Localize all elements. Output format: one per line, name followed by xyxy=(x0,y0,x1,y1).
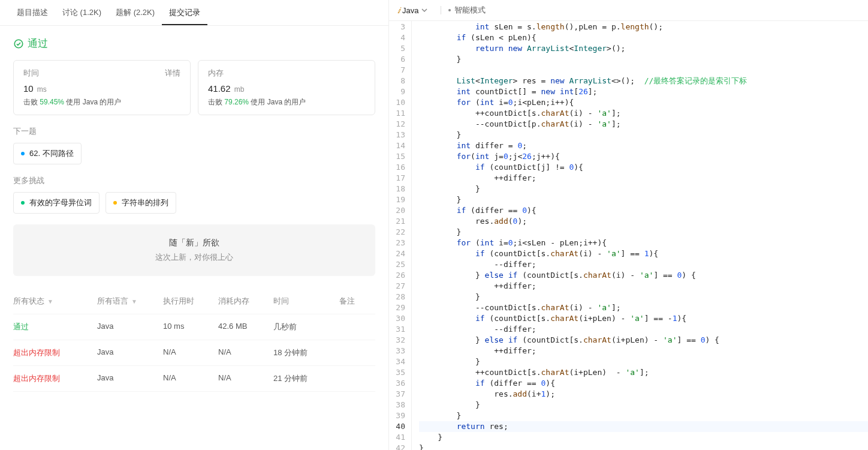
stat-detail-link[interactable]: 详情 xyxy=(165,68,180,79)
stat-mem[interactable]: 内存 41.62 mb 击败 79.26% 使用 Java 的用户 xyxy=(198,60,375,115)
hd-lang-text: 所有语言 xyxy=(97,297,128,305)
cell-when: 几秒前 xyxy=(273,322,339,332)
left-panel: 题目描述 讨论 (1.2K) 题解 (2.2K) 提交记录 通过 时间详情 10… xyxy=(0,0,389,450)
submissions-table-body: 通过Java10 ms42.6 MB几秒前超出内存限制JavaN/AN/A18 … xyxy=(13,314,375,392)
dot-icon xyxy=(21,152,25,155)
cell-lang: Java xyxy=(97,373,163,384)
challenge-text: 有效的字母异位词 xyxy=(29,197,92,208)
code-content[interactable]: int sLen = s.length(),pLen = p.length();… xyxy=(412,21,868,450)
challenge-chip-1[interactable]: 字符串的排列 xyxy=(106,192,176,214)
table-row[interactable]: 超出内存限制JavaN/AN/A18 分钟前 xyxy=(13,340,375,366)
cell-status: 超出内存限制 xyxy=(13,373,97,384)
java-logo-icon: ⅈ xyxy=(397,6,400,15)
stat-time-pct: 59.45% xyxy=(40,98,64,106)
cell-status: 通过 xyxy=(13,322,97,332)
tab-description[interactable]: 题目描述 xyxy=(10,0,55,25)
next-problem-chip[interactable]: 62. 不同路径 xyxy=(13,143,82,164)
cell-mem: N/A xyxy=(218,347,273,358)
stat-mem-label: 内存 xyxy=(208,68,224,79)
cell-when: 21 分钟前 xyxy=(273,373,339,384)
hd-status-text: 所有状态 xyxy=(13,297,44,305)
challenge-chip-0[interactable]: 有效的字母异位词 xyxy=(13,192,100,214)
table-row[interactable]: 超出内存限制JavaN/AN/A21 分钟前 xyxy=(13,366,375,392)
tab-discussion[interactable]: 讨论 (1.2K) xyxy=(55,0,108,25)
stat-mem-unit: mb xyxy=(234,85,245,94)
cell-status: 超出内存限制 xyxy=(13,347,97,358)
next-label: 下一题 xyxy=(13,126,375,137)
cell-mem: 42.6 MB xyxy=(218,322,273,332)
promo-banner[interactable]: 随「新」所欲 这次上新，对你很上心 xyxy=(13,224,375,276)
editor-toolbar: ⅈ Java 智能模式 xyxy=(389,0,868,21)
beat-suffix: 使用 Java 的用户 xyxy=(64,98,121,106)
stat-time[interactable]: 时间详情 10 ms 击败 59.45% 使用 Java 的用户 xyxy=(13,60,191,115)
divider xyxy=(441,6,441,14)
cell-time: 10 ms xyxy=(163,322,218,332)
stat-time-value: 10 xyxy=(23,83,34,94)
editor-mode[interactable]: 智能模式 xyxy=(454,5,486,16)
submissions-table-header: 所有状态▼ 所有语言▼ 执行用时 消耗内存 时间 备注 xyxy=(13,289,375,314)
stats-row: 时间详情 10 ms 击败 59.45% 使用 Java 的用户 内存 41.6… xyxy=(13,60,375,115)
language-select[interactable]: Java xyxy=(402,6,427,15)
cell-lang: Java xyxy=(97,347,163,358)
stat-time-unit: ms xyxy=(37,85,47,94)
challenge-text: 字符串的排列 xyxy=(122,197,168,208)
language-text: Java xyxy=(402,6,418,15)
status-accepted: 通过 xyxy=(13,37,375,50)
result-area: 通过 时间详情 10 ms 击败 59.45% 使用 Java 的用户 内存 4… xyxy=(0,26,388,403)
stat-mem-value: 41.62 xyxy=(208,83,231,94)
beat-prefix: 击败 xyxy=(23,98,40,106)
promo-line2: 这次上新，对你很上心 xyxy=(26,252,362,263)
cell-when: 18 分钟前 xyxy=(273,347,339,358)
cell-note xyxy=(339,347,375,358)
hd-note: 备注 xyxy=(339,296,375,307)
hd-when: 时间 xyxy=(273,296,339,307)
cell-note xyxy=(339,322,375,332)
cell-time: N/A xyxy=(163,373,218,384)
hd-time: 执行用时 xyxy=(163,296,218,307)
chevron-down-icon: ▼ xyxy=(131,298,137,305)
cell-lang: Java xyxy=(97,322,163,332)
stat-mem-pct: 79.26% xyxy=(224,98,249,106)
more-label: 更多挑战 xyxy=(13,175,375,186)
chevron-down-icon: ▼ xyxy=(47,298,53,305)
line-numbers: 3456789101112131415161718192021222324252… xyxy=(389,21,412,450)
promo-line1: 随「新」所欲 xyxy=(26,238,362,248)
right-panel: ⅈ Java 智能模式 3456789101112131415161718192… xyxy=(389,0,868,450)
chevron-down-icon xyxy=(421,7,427,13)
cell-time: N/A xyxy=(163,347,218,358)
hd-status[interactable]: 所有状态▼ xyxy=(13,296,97,307)
next-problem-text: 62. 不同路径 xyxy=(29,148,74,159)
status-text: 通过 xyxy=(28,37,48,50)
cell-note xyxy=(339,373,375,384)
tab-solutions[interactable]: 题解 (2.2K) xyxy=(108,0,162,25)
beat-suffix2: 使用 Java 的用户 xyxy=(249,98,306,106)
dot-icon xyxy=(21,201,25,205)
hd-mem: 消耗内存 xyxy=(218,296,273,307)
mode-dot-icon xyxy=(448,9,451,11)
dot-icon xyxy=(113,201,117,205)
code-editor[interactable]: 3456789101112131415161718192021222324252… xyxy=(389,21,868,450)
tab-submissions[interactable]: 提交记录 xyxy=(162,0,207,25)
beat-prefix2: 击败 xyxy=(208,98,224,106)
hd-lang[interactable]: 所有语言▼ xyxy=(97,296,163,307)
stat-time-label: 时间 xyxy=(23,68,39,79)
cell-mem: N/A xyxy=(218,373,273,384)
tabs: 题目描述 讨论 (1.2K) 题解 (2.2K) 提交记录 xyxy=(0,0,388,26)
check-circle-icon xyxy=(13,38,24,49)
table-row[interactable]: 通过Java10 ms42.6 MB几秒前 xyxy=(13,314,375,340)
